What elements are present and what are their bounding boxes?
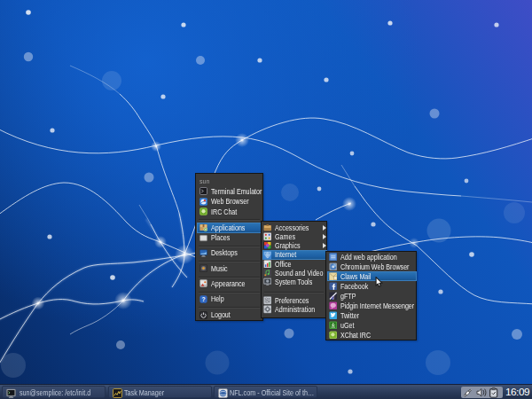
svg-text:g: g (332, 294, 334, 300)
svg-text:?: ? (201, 296, 205, 302)
